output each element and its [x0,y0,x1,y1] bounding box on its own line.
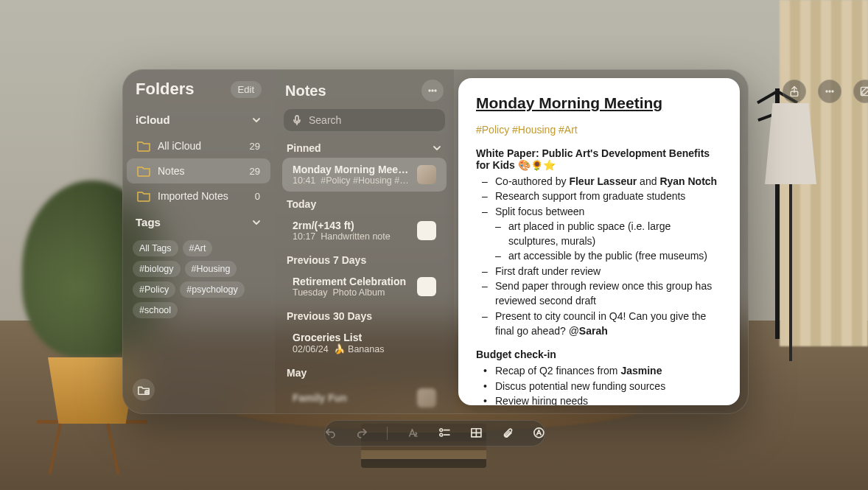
compose-button[interactable] [853,80,868,103]
svg-rect-6 [295,116,298,122]
note-bullet: art placed in public space (i.e. large s… [495,219,722,249]
notes-list-pane: Notes Search PinnedMonday Morning Meetin… [275,69,454,414]
undo-button[interactable] [324,427,337,440]
svg-point-14 [440,429,443,432]
note-row-subtitle: 02/06/24 🍌 Bananas [293,343,436,354]
note-row[interactable]: Groceries List02/06/24 🍌 Bananas [282,326,447,360]
folder-name: Notes [158,165,185,177]
note-more-button[interactable] [818,80,841,103]
note-bullet: Research support from graduate students [482,189,722,203]
note-thumbnail [417,221,436,240]
folder-count: 0 [255,191,260,202]
chevron-down-icon [251,115,262,125]
note-thumbnail [417,165,436,184]
note-row-subtitle: Tuesday Photo Album [293,287,411,298]
list-more-button[interactable] [421,80,444,102]
folder-icon [137,191,150,202]
folder-name: All iCloud [158,140,201,152]
notes-group-header[interactable]: Pinned [275,136,454,158]
edit-button[interactable]: Edit [231,81,262,98]
note-bullet: Discus potential new funding sources [482,379,722,393]
svg-point-3 [429,90,430,91]
group-label: Previous 30 Days [287,310,372,322]
note-editor[interactable]: Monday Morning Meeting #Policy #Housing … [458,78,740,405]
group-label: Previous 7 Days [287,254,366,266]
note-row-title: 2rm/(+143 ft) [293,220,411,231]
new-folder-button[interactable] [133,379,155,401]
tags-section-header[interactable]: Tags [122,209,275,236]
note-row[interactable]: Monday Morning Meeting10:41 #Policy #Hou… [282,158,447,192]
search-placeholder: Search [309,114,341,126]
folder-item-imported-notes[interactable]: Imported Notes0 [127,183,270,209]
dictate-icon [291,114,303,126]
tag-pill[interactable]: All Tags [133,240,178,256]
folder-icon [137,166,150,177]
account-section-header[interactable]: iCloud [122,106,275,133]
note-row[interactable]: Family Fun [282,382,447,413]
account-section-label: iCloud [136,113,170,126]
note-bullet: Send paper through review once this grou… [482,279,722,309]
notes-group-header: Previous 30 Days [275,304,454,326]
note-row[interactable]: Retirement CelebrationTuesday Photo Albu… [282,270,447,304]
svg-point-4 [432,90,433,91]
folders-sidebar: Folders Edit iCloud All iCloud29Notes29I… [122,69,275,414]
svg-point-11 [832,91,833,92]
note-bullet: Co-authored by Fleur Lasseur and Ryan No… [482,174,722,189]
folder-count: 29 [250,166,260,177]
note-bullet: art accessible by the public (free museu… [495,248,722,263]
chevron-down-icon [251,217,262,228]
svg-point-5 [435,90,436,91]
note-bullet-list: Co-authored by Fleur Lasseur and Ryan No… [476,174,722,219]
tag-pill[interactable]: #Housing [185,261,237,277]
note-bullet: Split focus between [482,204,722,219]
folder-name: Imported Notes [158,190,228,202]
markup-button[interactable] [533,427,545,440]
note-row-subtitle: 10:17 Handwritten note [293,231,411,242]
note-hashtags: #Policy #Housing #Art [476,124,722,136]
svg-point-10 [829,91,830,92]
share-button[interactable] [783,80,806,103]
note-title: Monday Morning Meeting [476,94,722,112]
attachment-button[interactable] [502,427,514,440]
svg-point-9 [826,91,827,92]
notes-group-header: Previous 7 Days [275,248,454,270]
tags-section-label: Tags [136,216,161,228]
notes-count-footer: 29 Notes [275,413,454,414]
note-section-heading: Budget check-in [476,349,722,360]
note-bullet: Review hiring needs [482,393,722,405]
svg-point-16 [440,433,443,436]
search-input[interactable]: Search [284,109,445,131]
folder-icon [137,141,150,152]
folder-item-all-icloud[interactable]: All iCloud29 [127,133,270,158]
folder-item-notes[interactable]: Notes29 [127,158,270,183]
tag-pill[interactable]: #Art [183,240,213,256]
note-bullet: Recap of Q2 finances from Jasmine [482,363,722,378]
note-bullet: Present to city council in Q4! Can you g… [482,309,722,339]
note-row-title: Groceries List [293,332,436,343]
tag-pill[interactable]: #psychology [180,281,245,298]
redo-button[interactable] [356,427,368,440]
tag-pill[interactable]: #school [133,302,178,318]
format-toolbar [324,420,545,447]
text-style-button[interactable] [407,427,419,440]
checklist-button[interactable] [438,427,451,440]
folders-title: Folders [136,80,194,99]
notes-list-title: Notes [285,83,416,99]
note-thumbnail [417,388,436,407]
note-section-heading: White Paper: Public Art's Development Be… [476,147,722,171]
tag-pill[interactable]: #biology [133,261,181,277]
note-row-title: Retirement Celebration [293,276,411,287]
note-thumbnail [417,277,436,296]
note-bullet-list: Recap of Q2 finances from Jasmine Discus… [476,363,722,405]
notes-group-header: Today [275,192,454,214]
group-label: Pinned [287,142,321,154]
chevron-down-icon [432,143,442,153]
note-row-title: Monday Morning Meeting [293,164,411,175]
tag-pill[interactable]: #Policy [133,281,175,298]
note-row-subtitle: 10:41 #Policy #Housing #Art [293,175,411,186]
tags-list: All Tags#Art#biology#Housing#Policy#psyc… [122,236,275,323]
note-row[interactable]: 2rm/(+143 ft)10:17 Handwritten note [282,214,447,248]
note-sub-bullet-list: art placed in public space (i.e. large s… [476,219,722,264]
table-button[interactable] [470,427,483,440]
note-row-title: Family Fun [293,392,411,404]
